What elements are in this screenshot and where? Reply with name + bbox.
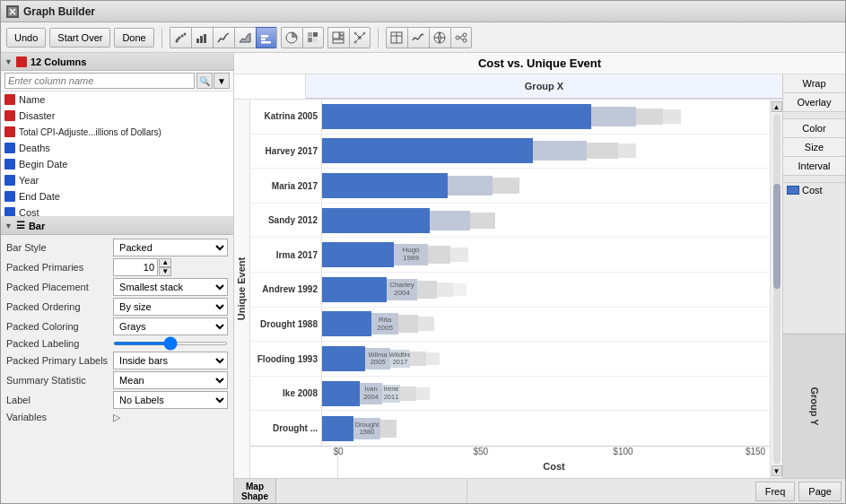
histogram-icon[interactable] — [191, 27, 213, 48]
spinner-up[interactable]: ▲ — [159, 258, 171, 267]
page-button[interactable]: Page — [798, 482, 842, 501]
scroll-thumb[interactable] — [773, 184, 781, 289]
packed-placement-select[interactable]: Smallest stackLargest stack — [113, 278, 228, 296]
chart-scrollbar: ▲ ▼ — [770, 100, 782, 478]
bar-style-select[interactable]: PackedStackedSide by Side — [113, 239, 228, 256]
row-bars-drought-ellipsis: Drought 1980 — [322, 411, 770, 446]
row-bars-flooding: Wilma 2005 Wildfire2017 — [322, 342, 770, 376]
app-title: Graph Builder — [23, 5, 95, 18]
svg-rect-12 — [261, 35, 268, 38]
variables-icon[interactable]: ▷ — [113, 412, 120, 423]
packed-ordering-select[interactable]: By sizeBy label — [113, 298, 228, 316]
column-disaster-label: Disaster — [19, 110, 55, 121]
wrap-button[interactable]: Wrap — [783, 74, 845, 93]
table-row: Maria 2017 — [250, 169, 770, 204]
left-panel: ▼ 12 Columns 🔍 ▼ Name Disaster — [1, 53, 234, 503]
area-icon[interactable] — [234, 27, 256, 48]
bar-expand-icon: ☰ — [16, 220, 25, 231]
list-item[interactable]: Begin Date — [1, 156, 233, 172]
search-button[interactable]: 🔍 — [196, 73, 213, 89]
table-row: Irma 2017 Hugo1989 — [250, 238, 770, 273]
packed-primarylabels-select[interactable]: Inside barsOutside barsNone — [113, 352, 228, 369]
list-item[interactable]: Disaster — [1, 108, 233, 124]
row-name-drought-ellipsis: Drought ... — [250, 411, 322, 446]
network-icon[interactable] — [349, 27, 371, 48]
connect-icon[interactable] — [450, 27, 472, 48]
pie-icon[interactable] — [281, 27, 302, 48]
table-row: Harvey 2017 — [250, 135, 770, 169]
prop-value-packedprimaries: ▲ ▼ — [113, 258, 228, 276]
spinner-down[interactable]: ▼ — [159, 267, 171, 276]
chart-type-icons-3 — [327, 27, 371, 48]
bar-icon[interactable] — [256, 27, 277, 48]
bar-section-header[interactable]: ▼ ☰ Bar — [1, 217, 233, 235]
treemap-icon[interactable] — [327, 27, 349, 48]
label-select[interactable]: No LabelsValuePercent — [113, 391, 228, 409]
chart-area: Group X Unique Event — [234, 74, 845, 478]
column-dropdown-button[interactable]: ▼ — [214, 73, 230, 89]
prop-label-variables: Variables — [6, 411, 108, 423]
interval-button[interactable]: Interval — [783, 157, 845, 176]
bar-section-label: Bar — [29, 221, 45, 231]
svg-line-29 — [360, 33, 364, 38]
svg-marker-11 — [240, 33, 250, 42]
map-shape-label: Map — [246, 482, 264, 491]
chart-content: Group X Unique Event — [234, 74, 782, 478]
undo-button[interactable]: Undo — [6, 28, 46, 48]
legend-item-cost: Cost — [783, 183, 845, 197]
x-axis: $0 $50 $100 $150 Cost — [250, 446, 770, 478]
size-button[interactable]: Size — [783, 138, 845, 157]
row-bars-katrina — [322, 100, 770, 134]
done-button[interactable]: Done — [114, 28, 153, 48]
list-item[interactable]: Cost — [1, 204, 233, 217]
bottom-right: Freq Page — [467, 479, 845, 503]
svg-rect-14 — [261, 41, 271, 44]
color-button[interactable]: Color — [783, 119, 845, 138]
row-name-katrina: Katrina 2005 — [250, 100, 322, 134]
prop-value-summary: MeanMedianSumCount — [113, 371, 228, 389]
table-row: Andrew 1992 Charley2004 — [250, 273, 770, 308]
wave-icon[interactable] — [407, 27, 429, 48]
list-item[interactable]: Deaths — [1, 140, 233, 156]
packed-coloring-select[interactable]: GraysColors — [113, 317, 228, 335]
table-icon[interactable] — [386, 27, 407, 48]
heatmap-icon[interactable] — [302, 27, 324, 48]
list-item[interactable]: Name — [1, 91, 233, 108]
overlay-panel: Wrap Overlay Color Size Interval Cost Gr… — [782, 74, 845, 478]
prop-value-coloring: GraysColors — [113, 317, 228, 335]
map-shape-button[interactable]: Map Shape — [234, 479, 276, 503]
column-year-label: Year — [19, 175, 39, 186]
row-bars-drought1988: Rita 2005 — [322, 308, 770, 342]
list-item[interactable]: Total CPI-Adjuste...illions of Dollars) — [1, 124, 233, 140]
table-row: Sandy 2012 — [250, 204, 770, 239]
group-y-container: Group Y — [783, 334, 845, 478]
prop-value-ordering: By sizeBy label — [113, 298, 228, 316]
svg-rect-18 — [308, 38, 312, 42]
svg-rect-20 — [333, 32, 339, 39]
properties-grid: Bar Style PackedStackedSide by Side Pack… — [1, 235, 233, 427]
table-row: Flooding 1993 Wilma 2005 — [250, 342, 770, 377]
packed-primaries-input[interactable] — [113, 258, 158, 276]
column-icon-year — [4, 175, 15, 186]
line-icon[interactable] — [213, 27, 234, 48]
summary-statistic-select[interactable]: MeanMedianSumCount — [113, 371, 228, 389]
prop-value-barstyle: PackedStackedSide by Side — [113, 239, 228, 256]
right-panel: Cost vs. Unique Event Group X Unique Eve… — [234, 53, 845, 503]
columns-header[interactable]: ▼ 12 Columns — [1, 53, 233, 71]
row-name-andrew: Andrew 1992 — [250, 273, 322, 307]
packed-labeling-slider[interactable] — [113, 342, 228, 345]
overlay-button[interactable]: Overlay — [783, 93, 845, 112]
list-item[interactable]: Year — [1, 172, 233, 188]
list-item[interactable]: End Date — [1, 188, 233, 204]
search-input[interactable] — [4, 73, 195, 89]
svg-rect-22 — [340, 36, 344, 39]
svg-line-30 — [355, 38, 360, 42]
scatter-icon[interactable] — [170, 27, 191, 48]
freq-button[interactable]: Freq — [755, 482, 796, 501]
scroll-up-button[interactable]: ▲ — [772, 101, 782, 112]
chart-rows: Katrina 2005 — [250, 100, 770, 446]
svg-rect-16 — [308, 32, 312, 37]
start-over-button[interactable]: Start Over — [49, 28, 110, 48]
map-icon[interactable] — [429, 27, 450, 48]
scroll-down-button[interactable]: ▼ — [772, 465, 782, 476]
